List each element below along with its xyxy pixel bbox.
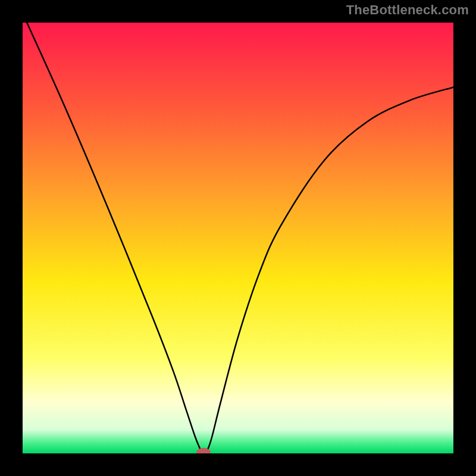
plot-background xyxy=(23,23,453,453)
chart-frame: TheBottleneck.com xyxy=(0,0,476,476)
attribution-label: TheBottleneck.com xyxy=(346,2,469,18)
bottleneck-chart xyxy=(23,23,453,453)
